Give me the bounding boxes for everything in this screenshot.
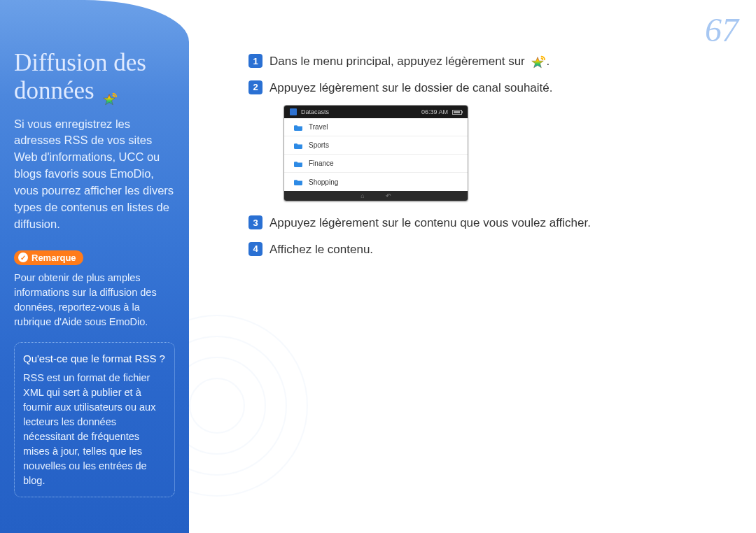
- step-3-text: Appuyez légèrement sur le contenu que vo…: [270, 214, 591, 232]
- step-2-text: Appuyez légèrement sur le dossier de can…: [270, 79, 552, 97]
- rss-info-box: Qu'est-ce que le format RSS ? RSS est un…: [14, 342, 175, 497]
- remark-label: Remarque: [31, 253, 76, 263]
- remark-text: Pour obtenir de plus amples informations…: [14, 271, 175, 329]
- step-1-text: Dans le menu principal, appuyez légèreme…: [270, 52, 550, 71]
- battery-icon: [452, 110, 462, 115]
- back-icon: ↶: [386, 192, 391, 199]
- folder-icon: [294, 142, 303, 149]
- datacast-star-icon: [530, 55, 545, 70]
- title-line-1: Diffusion des: [14, 49, 146, 76]
- folder-label: Travel: [309, 123, 328, 131]
- title-line-2: données: [14, 77, 94, 104]
- step-3: 3 Appuyez légèrement sur le contenu que …: [248, 214, 732, 232]
- device-title: Datacasts: [301, 108, 329, 115]
- folder-label: Shopping: [309, 178, 338, 186]
- step-number-1: 1: [248, 54, 262, 68]
- step-4: 4 Affichez le contenu.: [248, 241, 732, 259]
- device-screenshot: Datacasts 06:39 AM Travel Sports Finance: [284, 105, 468, 201]
- list-item: Sports: [284, 136, 468, 155]
- folder-label: Sports: [309, 141, 329, 149]
- page-title: Diffusion des données: [14, 49, 175, 106]
- list-item: Finance: [284, 155, 468, 173]
- device-time: 06:39 AM: [421, 108, 448, 115]
- folder-icon: [294, 124, 303, 131]
- datacasts-icon: [290, 108, 297, 115]
- page-number: 67: [705, 10, 738, 49]
- sidebar: Diffusion des données Si vous enregistre…: [0, 0, 189, 533]
- device-header: Datacasts 06:39 AM: [284, 106, 468, 118]
- device-footer: ⌂ ↶: [284, 191, 468, 201]
- step-1-text-content: Dans le menu principal, appuyez légèreme…: [270, 55, 525, 68]
- step-number-3: 3: [248, 215, 262, 229]
- folder-icon: [294, 178, 303, 185]
- sidebar-intro: Si vous enregistrez les adresses RSS de …: [14, 116, 175, 233]
- folder-label: Finance: [309, 159, 334, 167]
- remark-section: ✓ Remarque Pour obtenir de plus amples i…: [14, 250, 175, 329]
- folder-icon: [294, 160, 303, 167]
- main-content: 1 Dans le menu principal, appuyez légère…: [248, 52, 732, 266]
- list-item: Shopping: [284, 173, 468, 191]
- remark-badge: ✓ Remarque: [14, 250, 83, 265]
- datacast-star-icon: [102, 85, 117, 101]
- check-icon: ✓: [18, 253, 28, 262]
- step-4-text: Affichez le contenu.: [270, 241, 373, 259]
- rss-text: RSS est un format de fichier XML qui ser…: [23, 371, 166, 488]
- list-item: Travel: [284, 118, 468, 136]
- step-2: 2 Appuyez légèrement sur le dossier de c…: [248, 79, 732, 97]
- device-list: Travel Sports Finance Shopping: [284, 118, 468, 191]
- step-1: 1 Dans le menu principal, appuyez légère…: [248, 52, 732, 71]
- step-number-4: 4: [248, 242, 262, 256]
- step-number-2: 2: [248, 80, 262, 94]
- rss-title: Qu'est-ce que le format RSS ?: [23, 351, 166, 367]
- home-icon: ⌂: [360, 192, 364, 199]
- step-1-tail: .: [547, 55, 550, 68]
